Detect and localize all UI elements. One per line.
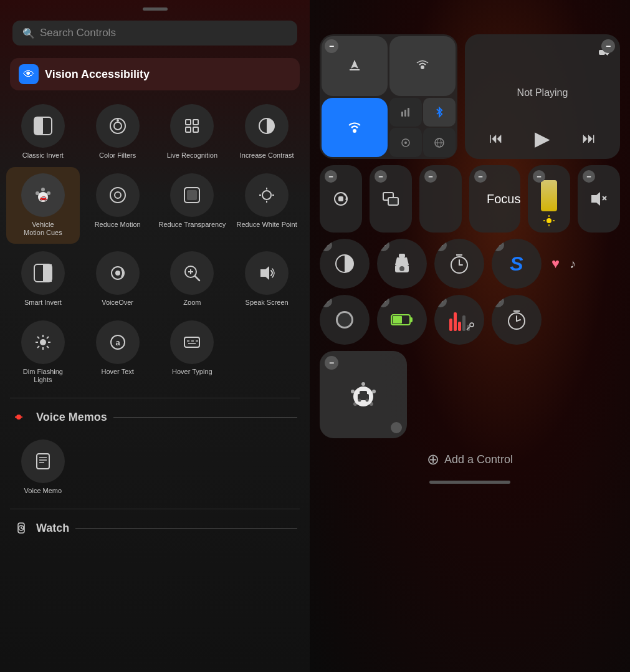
drag-handle[interactable] [143,7,168,11]
brightness-tile[interactable]: − [528,165,570,233]
empty-minus[interactable]: − [424,170,437,183]
bluetooth-btn[interactable] [423,98,456,127]
wifi-btn[interactable] [322,98,388,158]
svg-point-3 [114,122,122,130]
brightness-minus[interactable]: − [533,170,545,183]
increase-contrast-label: Increase Contrast [240,151,294,160]
speak-screen-label: Speak Screen [246,299,289,307]
hotspot-btn[interactable] [389,36,456,96]
flashlight-minus[interactable]: − [377,239,389,251]
svg-point-106 [358,399,361,402]
svg-point-32 [40,339,46,345]
add-control-btn[interactable]: ⊕ Add a Control [320,451,620,468]
divider-2 [10,509,300,509]
shazam-circle[interactable]: − S [492,239,542,289]
search-icon: 🔍 [22,27,35,39]
classic-invert-label: Classic Invert [22,151,64,160]
right-panel: − [310,0,630,672]
watch-icon [12,519,30,537]
live-recognition-icon [170,104,214,148]
media-minus[interactable]: − [601,39,615,53]
cellular-btn[interactable] [389,98,422,127]
mute-tile[interactable]: − [578,165,620,233]
play-btn[interactable]: ▶ [535,127,550,150]
control-reduce-motion[interactable]: Reduce Motion [81,167,155,243]
control-zoom[interactable]: Zoom [156,245,229,313]
svg-rect-5 [186,120,191,125]
hover-typing-icon [170,320,214,364]
flashlight-circle[interactable]: − [377,239,427,289]
svg-rect-18 [187,190,197,200]
svg-point-109 [351,390,355,393]
screen-mirror-minus[interactable]: − [375,170,387,183]
vehicle-motion-cues-icon: 🚗 [21,173,65,217]
control-increase-contrast[interactable]: Increase Contrast [230,98,303,166]
bottom-home-indicator [429,481,510,484]
sound-minus[interactable]: − [434,295,447,307]
voice-memos-header: Voice Memos [10,408,300,426]
focus-minus[interactable]: − [474,170,487,183]
screen-mirror-tile[interactable]: − [370,165,412,233]
control-hover-text[interactable]: a Hover Text [81,314,155,390]
control-voice-memo[interactable]: Voice Memo [6,433,80,501]
control-reduce-white-point[interactable]: Reduce White Point [230,167,303,243]
svg-rect-63 [404,110,406,117]
timer2-minus[interactable]: − [492,295,504,307]
svg-rect-6 [193,120,198,125]
control-classic-invert[interactable]: Classic Invert [6,98,80,166]
svg-point-48 [16,415,21,420]
vehicle-big-tile[interactable]: − [320,351,407,438]
section-line [113,417,297,418]
empty-tile: − [419,165,462,233]
control-color-filters[interactable]: Color Filters [81,98,155,166]
focus-tile[interactable]: − Focus [469,165,520,233]
vehicle-big-minus[interactable]: − [325,356,338,370]
timer1-minus[interactable]: − [434,239,447,251]
smart-invert-icon [21,251,65,295]
svg-point-77 [546,218,551,223]
reduce-white-point-icon [245,173,289,217]
sound-analysis-circle[interactable]: − [434,295,484,345]
svg-line-40 [37,346,39,348]
vision-accessibility-header: 👁 Vision Accessibility [10,58,300,90]
connectivity-tile: − [320,34,457,159]
search-bar[interactable]: 🔍 Search Controls [12,21,297,46]
shazam-minus[interactable]: − [492,239,504,251]
control-dim-flashing-lights[interactable]: Dim FlashingLights [6,314,80,390]
grayscale-minus[interactable]: − [320,239,332,251]
next-btn[interactable]: ⏭ [582,130,596,146]
svg-point-111 [353,402,357,406]
timer-circle-1[interactable]: − [434,239,484,289]
reduce-white-point-label: Reduce White Point [237,221,297,229]
prev-btn[interactable]: ⏮ [489,130,503,146]
control-smart-invert[interactable]: Smart Invert [6,245,80,313]
record-circle[interactable]: − [320,295,370,345]
battery-circle[interactable]: − [377,295,427,345]
svg-point-15 [110,188,125,203]
control-live-recognition[interactable]: Live Recognition [156,98,229,166]
svg-point-16 [115,192,121,198]
lock-rotation-minus[interactable]: − [325,170,337,183]
control-vehicle-motion-cues[interactable]: 🚗 VehicleMotion Cues [6,167,80,243]
globe-btn[interactable] [423,128,456,157]
svg-line-98 [467,327,470,330]
record-minus[interactable]: − [320,295,332,307]
control-hover-typing[interactable]: Hover Typing [156,314,229,390]
battery-minus[interactable]: − [377,295,389,307]
connectivity-minus[interactable]: − [325,39,338,53]
svg-point-107 [366,399,369,402]
control-reduce-transparency[interactable]: Reduce Transparency [156,167,229,243]
timer-circle-2[interactable]: − [492,295,542,345]
left-panel: 🔍 Search Controls 👁 Vision Accessibility… [0,0,310,672]
svg-rect-95 [393,316,402,324]
grayscale-circle[interactable]: − [320,239,370,289]
lock-rotation-tile[interactable]: − [320,165,362,233]
classic-invert-icon [21,104,65,148]
svg-line-28 [195,276,199,281]
control-voiceover[interactable]: VoiceOver [81,245,155,313]
svg-rect-75 [388,198,398,205]
control-speak-screen[interactable]: Speak Screen [230,245,303,313]
music-note-icon: ♪ [570,257,576,271]
focus-small-btn[interactable] [389,128,422,157]
mute-minus[interactable]: − [583,170,595,183]
